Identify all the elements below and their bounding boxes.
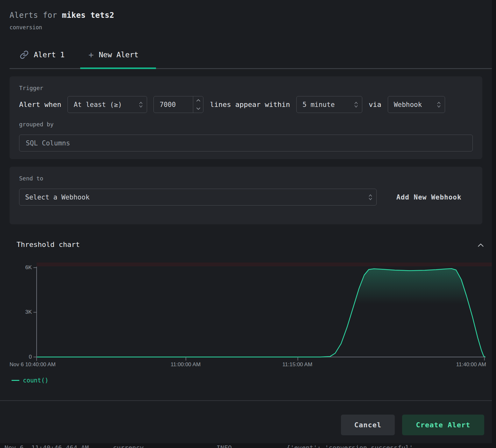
threshold-band — [37, 262, 492, 266]
dataset-name: mikes tets2 — [62, 11, 114, 20]
link-icon — [20, 50, 29, 59]
collapse-chart-button[interactable] — [476, 241, 486, 250]
tab-new-alert-label: New Alert — [99, 51, 138, 59]
page-edge-strip — [492, 0, 496, 448]
x-axis-label-2: 11:00:00 AM — [171, 361, 201, 368]
active-tab-indicator — [80, 67, 156, 69]
page-title: Alerts for mikes tets2 — [10, 11, 114, 20]
number-spinner — [193, 96, 203, 113]
via-text: via — [369, 101, 381, 108]
threshold-number-input[interactable]: 7000 — [153, 96, 203, 113]
chart-legend: count() — [11, 377, 48, 384]
trigger-panel: Trigger Alert when At least (≥) 7000 — [10, 76, 482, 159]
comparison-select[interactable]: At least (≥) — [67, 96, 147, 113]
threshold-chart-title: Threshold chart — [17, 241, 80, 248]
x-axis-label-3: 11:15:00 AM — [282, 361, 312, 368]
trigger-section-label: Trigger — [19, 85, 43, 91]
channel-select-value: Webhook — [394, 101, 422, 108]
tab-alert-1[interactable]: Alert 1 — [20, 50, 65, 59]
plus-icon: + — [89, 50, 94, 59]
x-axis-label-4: 11:40:00 AM — [456, 361, 486, 368]
log-service: currency — [113, 444, 144, 448]
tab-new-alert[interactable]: + New Alert — [89, 50, 138, 59]
chevron-up-icon — [196, 99, 201, 102]
threshold-line-chart — [33, 261, 492, 361]
log-message: {'event': 'conversion successful' — [287, 444, 413, 448]
x-axis-label-1: Nov 6 10:40:00 AM — [10, 361, 56, 368]
chevron-up-down-icon — [139, 101, 143, 108]
y-axis-label-6k: 6K — [10, 264, 32, 271]
chevron-down-icon — [196, 107, 201, 110]
time-window-select[interactable]: 5 minute — [296, 96, 362, 113]
chevron-up-down-icon — [368, 194, 372, 201]
y-axis-label-0: 0 — [10, 354, 32, 360]
time-window-value: 5 minute — [302, 101, 335, 108]
spinner-up-button[interactable] — [193, 96, 203, 105]
send-to-label: Send to — [19, 175, 43, 182]
dataset-subtitle: conversion — [10, 24, 42, 31]
webhook-select-placeholder: Select a Webhook — [25, 193, 89, 201]
page-title-prefix: Alerts for — [10, 11, 62, 20]
lines-appear-text: lines appear within — [210, 101, 290, 108]
add-new-webhook-button[interactable]: Add New Webhook — [396, 193, 462, 201]
background-log-row: Nov 6, 11:40:46.464 AM currency INFO {'e… — [0, 443, 496, 448]
tab-alert-1-label: Alert 1 — [34, 51, 65, 59]
cancel-button[interactable]: Cancel — [341, 415, 395, 435]
spinner-down-button[interactable] — [193, 105, 203, 113]
log-timestamp: Nov 6, 11:40:46.464 AM — [4, 444, 89, 448]
threshold-value: 7000 — [154, 96, 193, 113]
alert-when-text: Alert when — [19, 101, 61, 108]
chevron-up-icon — [477, 241, 485, 249]
comparison-select-value: At least (≥) — [74, 101, 122, 108]
trigger-row: Alert when At least (≥) 7000 — [19, 96, 445, 113]
group-by-placeholder: SQL Columns — [26, 139, 70, 147]
channel-select[interactable]: Webhook — [388, 96, 445, 113]
log-level: INFO — [216, 444, 232, 448]
alert-editor-modal: Alerts for mikes tets2 conversion Alert … — [0, 0, 496, 448]
create-alert-button[interactable]: Create Alert — [402, 415, 484, 435]
group-by-input[interactable]: SQL Columns — [19, 135, 473, 151]
send-to-panel: Send to Select a Webhook Add New Webhook — [10, 167, 482, 224]
series-legend-label: count() — [23, 377, 48, 384]
chevron-up-down-icon — [354, 101, 358, 108]
chevron-up-down-icon — [437, 101, 441, 108]
series-color-dash — [11, 380, 19, 381]
y-axis-label-3k: 3K — [10, 309, 32, 315]
grouped-by-label: grouped by — [19, 121, 53, 128]
footer-divider — [0, 400, 492, 401]
webhook-select[interactable]: Select a Webhook — [19, 189, 377, 206]
